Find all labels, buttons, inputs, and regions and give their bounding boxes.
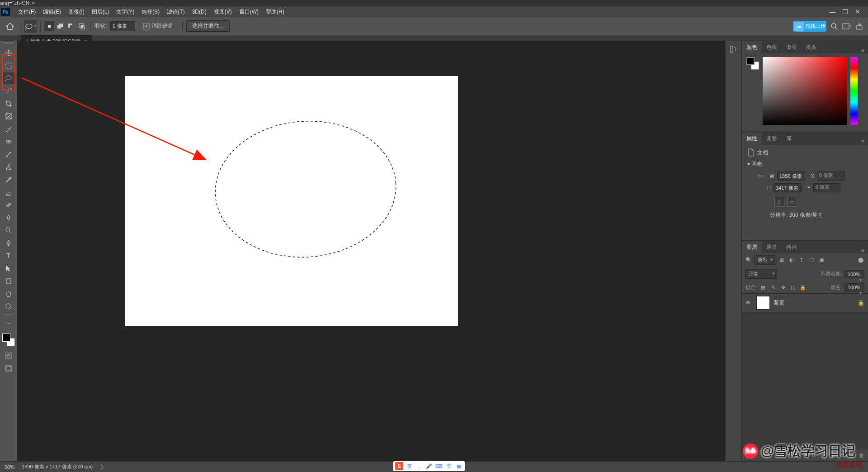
new-layer-icon[interactable]: ⊞ bbox=[850, 452, 854, 458]
tab-color[interactable]: 颜色 bbox=[742, 41, 762, 53]
height-input[interactable] bbox=[774, 183, 802, 192]
color-swatches[interactable] bbox=[2, 334, 15, 346]
ime-toolbox-icon[interactable]: ▦ bbox=[455, 462, 463, 470]
menu-layer[interactable]: 图层(L) bbox=[88, 8, 113, 16]
layer-name[interactable]: 背景 bbox=[774, 299, 854, 307]
mode-subtract[interactable] bbox=[66, 21, 76, 31]
canvas-area[interactable] bbox=[17, 41, 725, 461]
menu-select[interactable]: 选择(S) bbox=[138, 8, 163, 16]
tab-layers[interactable]: 图层 bbox=[742, 241, 762, 253]
tab-swatches[interactable]: 色板 bbox=[762, 41, 782, 53]
tab-patterns[interactable]: 图案 bbox=[802, 41, 821, 53]
menu-edit[interactable]: 编辑(E) bbox=[39, 8, 65, 16]
dodge-tool[interactable] bbox=[3, 224, 14, 236]
orientation-landscape[interactable]: ▭ bbox=[787, 197, 797, 207]
ime-keyboard-icon[interactable]: ⌨ bbox=[435, 462, 443, 470]
menu-3d[interactable]: 3D(D) bbox=[189, 9, 210, 15]
panel-menu-icon[interactable]: ≡ bbox=[858, 47, 868, 53]
move-tool[interactable] bbox=[3, 47, 14, 59]
filter-search-icon[interactable]: 🔍 bbox=[745, 257, 752, 263]
clone-stamp-tool[interactable] bbox=[3, 161, 14, 173]
eyedropper-tool[interactable] bbox=[3, 123, 14, 135]
cloud-upload-button[interactable]: ☁ 拖拽上传 bbox=[793, 21, 826, 32]
mode-new[interactable]: ■ bbox=[44, 21, 54, 31]
opacity-input[interactable]: 100% bbox=[844, 270, 864, 278]
lock-pixels-icon[interactable]: ▦ bbox=[760, 284, 767, 291]
ime-voice-icon[interactable]: 🎤 bbox=[425, 462, 433, 470]
feather-input[interactable] bbox=[110, 21, 135, 31]
menu-file[interactable]: 文件(F) bbox=[14, 8, 39, 16]
lock-brush-icon[interactable]: ✎ bbox=[769, 284, 777, 291]
menu-view[interactable]: 视图(V) bbox=[210, 8, 236, 16]
lasso-tool[interactable] bbox=[3, 72, 14, 84]
healing-brush-tool[interactable] bbox=[3, 136, 14, 148]
share-icon[interactable] bbox=[854, 21, 864, 31]
filter-kind-dropdown[interactable]: 类型 bbox=[755, 255, 775, 265]
search-icon[interactable] bbox=[829, 21, 839, 31]
visibility-icon[interactable]: 👁 bbox=[745, 300, 753, 306]
close-button[interactable]: ✕ bbox=[854, 8, 861, 15]
zoom-level[interactable]: 50% bbox=[5, 464, 14, 470]
filter-smart-icon[interactable]: ▣ bbox=[818, 257, 825, 264]
menu-help[interactable]: 帮助(H) bbox=[262, 8, 288, 16]
marquee-tool[interactable] bbox=[3, 60, 14, 72]
fill-input[interactable]: 100% bbox=[844, 283, 864, 291]
layer-mask-icon[interactable]: ◯ bbox=[821, 452, 826, 458]
layer-row[interactable]: 👁 背景 🔒 bbox=[742, 294, 868, 312]
mode-intersect[interactable] bbox=[77, 21, 87, 31]
pen-tool[interactable] bbox=[3, 237, 14, 249]
shape-tool[interactable] bbox=[3, 275, 14, 287]
tab-gradients[interactable]: 渐变 bbox=[782, 41, 802, 53]
layer-thumbnail[interactable] bbox=[756, 296, 770, 310]
document-dimensions[interactable]: 1890 像素 x 1417 像素 (300 ppi) bbox=[22, 463, 93, 470]
tab-properties[interactable]: 属性 bbox=[742, 133, 762, 145]
menu-filter[interactable]: 滤镜(T) bbox=[163, 8, 188, 16]
filter-adjust-icon[interactable]: ◐ bbox=[788, 257, 795, 264]
screen-mode-tool[interactable] bbox=[3, 362, 14, 374]
status-arrow-icon[interactable]: ❯ bbox=[100, 464, 104, 470]
link-layers-icon[interactable]: ⚭ bbox=[803, 452, 807, 458]
panel-menu-icon[interactable]: ≡ bbox=[858, 247, 868, 253]
lock-position-icon[interactable]: ✥ bbox=[779, 284, 787, 291]
panel-menu-icon[interactable]: ≡ bbox=[858, 138, 868, 145]
hue-slider[interactable] bbox=[850, 57, 858, 125]
dock-icon[interactable] bbox=[728, 43, 740, 55]
crop-tool[interactable] bbox=[3, 98, 14, 110]
foreground-color-swatch[interactable] bbox=[2, 334, 10, 342]
ime-toolbar[interactable]: S 英 ， 🎤 ⌨ 👕 ▦ bbox=[393, 461, 465, 471]
frame-tool[interactable] bbox=[3, 110, 14, 122]
ime-lang[interactable]: 英 bbox=[405, 462, 413, 470]
select-and-mask-button[interactable]: 选择并遮住... bbox=[186, 20, 230, 32]
tab-libraries[interactable]: 库 bbox=[782, 133, 796, 145]
history-brush-tool[interactable] bbox=[3, 174, 14, 186]
path-selection-tool[interactable] bbox=[3, 262, 14, 274]
menu-window[interactable]: 窗口(W) bbox=[236, 8, 262, 16]
filter-shape-icon[interactable]: ▢ bbox=[808, 257, 815, 264]
filter-pixel-icon[interactable]: ▦ bbox=[778, 257, 785, 264]
tab-adjustments[interactable]: 调整 bbox=[762, 133, 782, 145]
eraser-tool[interactable] bbox=[3, 186, 14, 198]
panel-color-swatches[interactable] bbox=[746, 57, 759, 70]
menu-image[interactable]: 图像(I) bbox=[65, 8, 88, 16]
menu-type[interactable]: 文字(Y) bbox=[113, 8, 138, 16]
filter-toggle-icon[interactable]: ⬤ bbox=[857, 257, 864, 264]
layer-fx-icon[interactable]: fx bbox=[812, 452, 816, 458]
orientation-portrait[interactable]: ▯ bbox=[774, 197, 784, 207]
filter-type-icon[interactable]: T bbox=[798, 257, 805, 264]
ime-skin-icon[interactable]: 👕 bbox=[445, 462, 453, 470]
gradient-tool[interactable] bbox=[3, 199, 14, 211]
brush-tool[interactable] bbox=[3, 148, 14, 160]
tab-paths[interactable]: 路径 bbox=[782, 241, 802, 253]
lock-artboard-icon[interactable]: ▢ bbox=[789, 284, 797, 291]
link-icon[interactable]: ⊃⊂ bbox=[756, 173, 765, 179]
screen-mode-icon[interactable]: ▾ bbox=[842, 21, 852, 31]
delete-layer-icon[interactable]: 🗑 bbox=[859, 452, 864, 458]
adjustment-layer-icon[interactable]: ◐ bbox=[831, 452, 835, 458]
quick-mask-icon[interactable] bbox=[3, 350, 14, 362]
lock-all-icon[interactable]: 🔒 bbox=[799, 284, 807, 291]
sogou-icon[interactable]: S bbox=[395, 462, 403, 470]
home-button[interactable] bbox=[4, 20, 16, 33]
magic-wand-tool[interactable] bbox=[3, 85, 14, 97]
group-icon[interactable]: 🗀 bbox=[840, 452, 845, 458]
blur-tool[interactable] bbox=[3, 212, 14, 224]
